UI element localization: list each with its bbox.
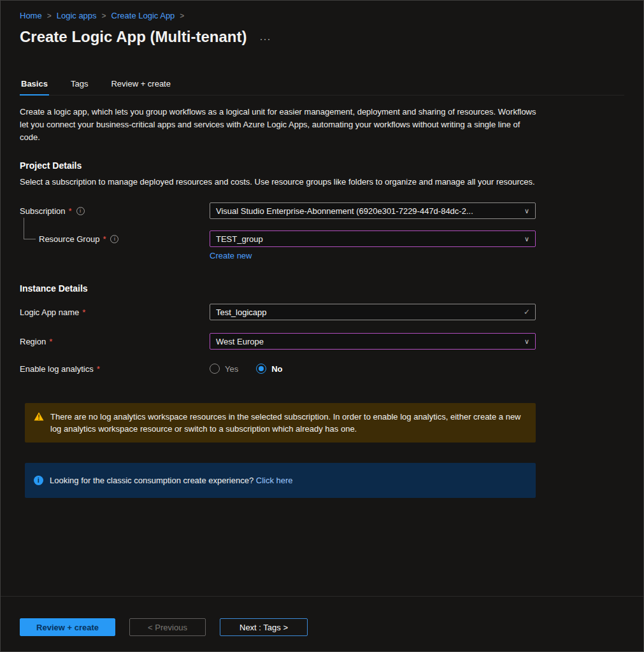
resource-group-dropdown-value: TEST_group (216, 234, 263, 244)
radio-no-label: No (271, 364, 282, 374)
breadcrumb-separator: > (180, 11, 184, 20)
chevron-down-icon: ∨ (524, 337, 529, 346)
info-icon: i (34, 476, 43, 485)
subscription-dropdown[interactable]: Visual Studio Enterprise-Abonnement (692… (210, 202, 536, 219)
subscription-label-group: Subscription * i (20, 206, 210, 216)
warning-icon: ! (34, 412, 44, 421)
breadcrumb: Home > Logic apps > Create Logic App > (20, 11, 624, 20)
region-row: Region * West Europe ∨ (20, 333, 624, 350)
radio-yes[interactable]: Yes (210, 364, 238, 374)
tab-review-create[interactable]: Review + create (110, 79, 172, 95)
required-asterisk: * (49, 337, 52, 346)
instance-details-heading: Instance Details (20, 283, 624, 294)
resource-group-label: Resource Group (39, 234, 99, 244)
page-content: Home > Logic apps > Create Logic App > C… (1, 1, 643, 498)
valid-check-icon: ✓ (524, 308, 530, 316)
more-options-icon[interactable]: ··· (259, 33, 271, 46)
tab-strip: Basics Tags Review + create (20, 79, 624, 96)
required-asterisk: * (69, 206, 72, 216)
chevron-down-icon: ∨ (524, 235, 529, 243)
required-asterisk: * (82, 308, 85, 317)
radio-circle-icon (256, 364, 266, 374)
subscription-row: Subscription * i Visual Studio Enterpris… (20, 202, 624, 219)
intro-text: Create a logic app, which lets you group… (20, 106, 541, 144)
radio-yes-label: Yes (225, 364, 238, 374)
title-row: Create Logic App (Multi-tenant) ··· (20, 28, 624, 46)
subscription-dropdown-value: Visual Studio Enterprise-Abonnement (692… (216, 206, 473, 216)
next-tags-button[interactable]: Next : Tags > (220, 618, 308, 636)
logic-app-name-row: Logic App name * ✓ (20, 304, 624, 320)
enable-log-analytics-label: Enable log analytics (20, 364, 94, 374)
chevron-down-icon: ∨ (524, 207, 529, 215)
breadcrumb-separator: > (102, 11, 106, 20)
footer-bar: Review + create < Previous Next : Tags > (1, 596, 643, 651)
required-asterisk: * (103, 234, 106, 244)
breadcrumb-separator: > (47, 11, 52, 20)
resource-group-row: Resource Group * i TEST_group ∨ (20, 230, 624, 247)
radio-circle-icon (210, 364, 220, 374)
radio-no[interactable]: No (256, 364, 282, 374)
create-new-row: Create new (210, 251, 624, 260)
info-banner: i Looking for the classic consumption cr… (25, 463, 536, 498)
tab-basics[interactable]: Basics (20, 79, 49, 95)
enable-log-analytics-label-group: Enable log analytics * (20, 364, 210, 374)
tree-connector-line (24, 218, 36, 239)
logic-app-name-label-group: Logic App name * (20, 308, 210, 317)
required-asterisk: * (97, 364, 100, 374)
region-dropdown-value: West Europe (216, 337, 264, 346)
region-dropdown[interactable]: West Europe ∨ (210, 333, 536, 350)
breadcrumb-link-home[interactable]: Home (20, 11, 42, 20)
project-details-heading: Project Details (20, 160, 624, 171)
log-analytics-radio-group: Yes No (210, 364, 283, 374)
info-text-wrap: Looking for the classic consumption crea… (50, 474, 293, 486)
enable-log-analytics-row: Enable log analytics * Yes No (20, 364, 624, 374)
warning-banner: ! There are no log analytics workspace r… (25, 403, 536, 443)
project-details-form: Subscription * i Visual Studio Enterpris… (20, 202, 624, 260)
subscription-info-icon[interactable]: i (76, 207, 85, 215)
logic-app-name-input[interactable] (210, 304, 536, 320)
tab-tags[interactable]: Tags (69, 79, 89, 95)
resource-group-label-group: Resource Group * i (20, 234, 210, 244)
svg-text:!: ! (38, 414, 39, 421)
create-new-link[interactable]: Create new (210, 251, 252, 260)
warning-text: There are no log analytics workspace res… (50, 411, 522, 435)
region-label-group: Region * (20, 337, 210, 346)
click-here-link[interactable]: Click here (256, 476, 293, 485)
review-create-button[interactable]: Review + create (20, 618, 115, 636)
page-title: Create Logic App (Multi-tenant) (20, 28, 247, 46)
subscription-label: Subscription (20, 206, 66, 216)
logic-app-name-field: ✓ (210, 304, 536, 320)
logic-app-name-label: Logic App name (20, 308, 79, 317)
info-text: Looking for the classic consumption crea… (50, 476, 254, 485)
resource-group-dropdown[interactable]: TEST_group ∨ (210, 230, 536, 247)
breadcrumb-link-logic-apps[interactable]: Logic apps (57, 11, 97, 20)
breadcrumb-link-create-logic-app[interactable]: Create Logic App (111, 11, 175, 20)
region-label: Region (20, 337, 46, 346)
resource-group-info-icon[interactable]: i (110, 235, 118, 243)
azure-create-logic-app-page: Home > Logic apps > Create Logic App > C… (0, 0, 644, 652)
project-details-description: Select a subscription to manage deployed… (20, 176, 541, 188)
previous-button[interactable]: < Previous (129, 618, 206, 636)
